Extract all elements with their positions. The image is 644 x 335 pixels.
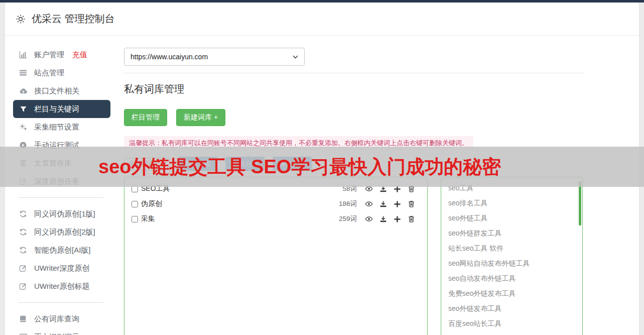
app-header: 优采云 管理控制台 (5, 3, 639, 36)
keyword-item[interactable]: seo外链工具 (441, 210, 582, 226)
thesaurus-row: SEO工具 58词 (124, 181, 427, 196)
column-manage-button[interactable]: 栏目管理 (124, 109, 167, 126)
download-icon[interactable] (379, 200, 387, 208)
funnel-icon (19, 105, 28, 113)
keyword-item[interactable]: 免费seo外链发布工具 (441, 286, 582, 301)
page-title: 私有词库管理 (124, 82, 584, 96)
delete-icon[interactable] (408, 215, 415, 223)
word-count: 186词 (339, 199, 357, 208)
sidebar-item-label: 智能伪原创[AI版] (34, 246, 91, 255)
keyword-item[interactable]: seo排名工具 (441, 195, 582, 210)
database-icon (19, 159, 28, 167)
sidebar-item-label: 采集细节设置 (34, 123, 79, 132)
sidebar-item-sites[interactable]: 站点管理 (13, 64, 110, 82)
keyword-item[interactable]: 百度seo站长工具 (441, 316, 582, 331)
gears-icon (19, 123, 28, 131)
chevron-down-icon (293, 55, 298, 59)
thesaurus-row: 伪原创 186词 (124, 196, 427, 211)
word-count: 259词 (339, 214, 357, 224)
panels: SEO工具 58词 伪原创 186词 (124, 177, 584, 335)
sidebar-item-collection-settings[interactable]: 采集细节设置 (13, 118, 110, 136)
thesaurus-checkbox[interactable] (132, 216, 138, 222)
bar-chart-icon (19, 51, 28, 59)
keyword-item[interactable]: 站长seo工具 软件 (441, 241, 582, 256)
sidebar-item-deep-original[interactable]: 深度原创任务 (13, 172, 110, 190)
sidebar-divider (19, 302, 103, 303)
divider (124, 73, 584, 73)
sidebar-item-public-thesaurus[interactable]: 公有词库查询 (13, 310, 110, 328)
edit-icon (19, 177, 28, 185)
monitor-icon (19, 333, 28, 335)
sidebar-item-label: UWriter深度原创 (34, 264, 90, 273)
download-icon[interactable] (379, 215, 387, 223)
delete-icon[interactable] (408, 200, 415, 208)
list-icon (19, 69, 28, 77)
keyword-item[interactable]: seo自动发布外链工具 (441, 271, 582, 286)
thesaurus-name: 采集 (141, 214, 339, 224)
site-select[interactable]: https://www.ucaiyun.com (124, 48, 305, 66)
edit-icon (19, 282, 28, 290)
layout: 账户管理 充值 站点管理 接口文件相关 栏目与关键词 (5, 36, 639, 335)
main-content: https://www.ucaiyun.com 私有词库管理 栏目管理 新建词库… (110, 36, 639, 335)
delete-icon[interactable] (408, 185, 415, 193)
sidebar-item-synonym-v1[interactable]: 同义词伪原创[1版] (13, 205, 110, 223)
new-group-button[interactable]: 新建分组 (178, 157, 217, 171)
download-icon[interactable] (379, 185, 387, 193)
thesaurus-filter-select[interactable]: 全部词库 (124, 158, 170, 170)
sidebar-item-label: 接口文件相关 (34, 86, 79, 96)
edit-icon (19, 264, 28, 272)
sidebar-item-columns-keywords[interactable]: 栏目与关键词 (13, 100, 110, 118)
recharge-badge[interactable]: 充值 (72, 50, 87, 60)
delete-group-button[interactable]: 删除分组 (225, 157, 265, 171)
refresh-icon (19, 246, 28, 254)
keyword-item[interactable]: seo外链发布工具 (441, 301, 582, 316)
sidebar-item-label: 站点管理 (34, 68, 64, 78)
refresh-icon (19, 228, 28, 236)
row-actions (365, 200, 415, 208)
book-icon (19, 315, 28, 323)
tip-banner: 温馨提示：私有词库可以在同账号不同网站之间共享使用，不必重复添加。右侧框内关键词… (124, 136, 473, 150)
scrollbar-thumb[interactable] (579, 181, 581, 226)
sidebar-item-label: 栏目与关键词 (34, 104, 79, 114)
view-icon[interactable] (365, 215, 373, 223)
group-controls: 全部词库 新建分组 删除分组 移动分组 (124, 157, 584, 171)
sidebar-item-interface-files[interactable]: 接口文件相关 (13, 82, 110, 100)
cloud-upload-icon (19, 87, 28, 95)
add-icon[interactable] (394, 200, 401, 208)
sidebar-item-label: 公有词库查询 (34, 314, 79, 324)
sidebar-item-article-cache[interactable]: 文章暂存库 (13, 154, 110, 172)
sidebar-item-content-recognition[interactable]: 正文识别演示 (13, 328, 110, 335)
add-icon[interactable] (394, 215, 401, 223)
sidebar-item-uwriter-deep[interactable]: UWriter深度原创 (13, 259, 110, 277)
view-icon[interactable] (365, 200, 373, 208)
sidebar-item-manual-test[interactable]: 手动运行测试 (13, 136, 110, 154)
sidebar-item-label: 深度原创任务 (34, 177, 79, 186)
sidebar-item-account[interactable]: 账户管理 充值 (13, 46, 110, 64)
keyword-item[interactable]: seo工具 (441, 180, 582, 195)
thesaurus-checkbox[interactable] (132, 186, 138, 192)
sidebar-divider (19, 197, 103, 198)
sidebar-item-label: 同义词伪原创[1版] (34, 209, 95, 219)
sidebar-item-label: 同义词伪原创[2版] (34, 228, 95, 237)
sidebar-item-smart-ai[interactable]: 智能伪原创[AI版] (13, 241, 110, 259)
sidebar-item-label: 账户管理 (34, 50, 64, 60)
thesaurus-name: 伪原创 (141, 199, 339, 208)
move-group-button[interactable]: 移动分组 (273, 157, 312, 171)
add-icon[interactable] (394, 185, 401, 193)
thesaurus-list-panel: SEO工具 58词 伪原创 186词 (124, 177, 428, 335)
thesaurus-name: SEO工具 (141, 184, 342, 193)
keyword-item[interactable]: seo 百度 站长工具 (441, 331, 582, 335)
sidebar-item-label: 手动运行测试 (34, 141, 79, 150)
word-count: 58词 (342, 184, 357, 193)
view-icon[interactable] (365, 185, 373, 193)
sidebar-item-synonym-v2[interactable]: 同义词伪原创[2版] (13, 223, 110, 241)
thesaurus-checkbox[interactable] (132, 201, 138, 207)
keyword-item[interactable]: seo外链群发工具 (441, 226, 582, 241)
new-thesaurus-button[interactable]: 新建词库 + (176, 109, 225, 126)
keyword-item[interactable]: seo网站自动发布外链工具 (441, 256, 582, 271)
sidebar-item-uwriter-title[interactable]: UWriter原创标题 (13, 277, 110, 295)
gear-icon (15, 14, 26, 25)
thesaurus-filter-value: 全部词库 (128, 159, 155, 168)
sidebar-item-label: 文章暂存库 (34, 159, 72, 168)
app-title: 优采云 管理控制台 (32, 12, 115, 26)
